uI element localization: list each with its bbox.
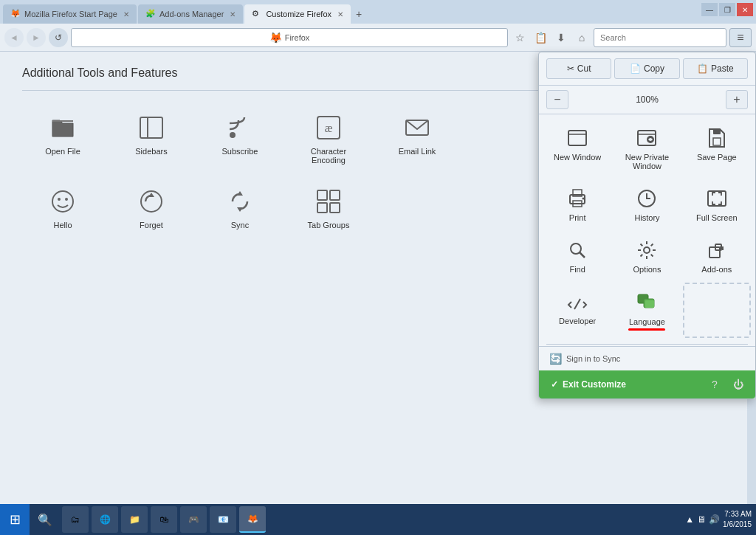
tab-addons[interactable]: 🧩 Add-ons Manager ✕ [138,4,243,24]
copy-button[interactable]: 📄 Copy [614,58,679,79]
minimize-button[interactable]: — [701,3,718,16]
new-private-icon [635,126,659,150]
tab-addons-close[interactable]: ✕ [230,10,236,18]
menu-addons[interactable]: Add-ons [683,231,751,281]
new-window-label: New Window [554,153,601,162]
tool-char-encoding-label: Character Encoding [295,147,362,165]
zoom-out-button[interactable]: − [546,90,568,109]
tool-forget[interactable]: Forget [111,179,192,237]
new-private-label: New Private Window [617,153,676,170]
svg-point-32 [644,247,650,253]
taskbar-clock[interactable]: 7:33 AM 1/6/2015 [723,509,752,530]
new-tab-button[interactable]: + [351,4,367,24]
tool-hello-label: Hello [53,221,72,229]
menu-history[interactable]: History [613,179,681,229]
tab-addons-label: Add-ons Manager [159,10,224,18]
menu-new-private[interactable]: New Private Window [613,119,681,178]
download-button[interactable]: ⬇ [552,28,570,47]
title-bar: 🦊 Mozilla Firefox Start Page ✕ 🧩 Add-ons… [0,0,756,24]
tool-open-file[interactable]: Open File [22,106,103,172]
tool-hello[interactable]: Hello [22,179,103,237]
tool-tab-groups-label: Tab Groups [308,221,350,229]
tab-customize-close[interactable]: ✕ [337,10,343,18]
menu-language[interactable]: Language [613,283,681,338]
taskbar: ⊞ 🔍 🗂 🌐 📁 🛍 🎮 📧 🦊 ▲ 🖥 🔊 7:33 AM 1/6/2015 [0,504,756,535]
svg-text:æ: æ [325,122,333,134]
history-icon [635,187,659,210]
menu-empty-slot[interactable] [683,283,751,338]
exit-customize-button[interactable]: ✓ Exit Customize [546,375,701,394]
zoom-level: 100% [571,94,723,105]
taskbar-firefox[interactable]: 🦊 [239,506,266,533]
taskbar-store[interactable]: 🛍 [151,506,177,533]
menu-footer: ✓ Exit Customize ? ⏻ [539,370,755,398]
tab-groups-icon [314,187,343,216]
svg-rect-38 [645,300,654,308]
svg-rect-22 [713,138,721,145]
sync-icon: 🔄 [549,353,562,365]
addons-icon [705,238,729,262]
taskbar-ie[interactable]: 🌐 [92,506,118,533]
menu-find[interactable]: Find [543,231,611,281]
taskbar-up-arrow[interactable]: ▲ [685,514,694,525]
bookmark-button[interactable]: 📋 [532,28,549,47]
svg-point-27 [583,198,585,200]
tool-sidebars-label: Sidebars [135,147,167,156]
menu-full-screen[interactable]: Full Screen [683,179,751,229]
firefox-logo-text: 🦊 Firefox [269,32,310,44]
forward-button[interactable]: ► [27,28,46,47]
tool-tab-groups[interactable]: Tab Groups [288,179,369,237]
sync-section[interactable]: 🔄 Sign in to Sync [539,346,755,370]
menu-print[interactable]: Print [543,179,611,229]
paste-icon: 📋 [697,63,708,74]
svg-marker-11 [237,191,243,196]
restore-button[interactable]: ❐ [719,3,735,16]
hello-icon [48,187,78,216]
svg-point-6 [52,191,73,212]
tool-sync[interactable]: Sync [199,179,281,237]
help-button[interactable]: ? [705,375,724,394]
paste-button[interactable]: 📋 Paste [683,58,748,79]
zoom-section: − 100% + [539,86,755,114]
tab-firefox[interactable]: 🦊 Mozilla Firefox Start Page ✕ [3,4,137,24]
address-bar[interactable]: 🦊 Firefox [71,28,508,47]
tab-customize[interactable]: ⚙ Customize Firefox ✕ [244,4,351,24]
menu-button[interactable]: ≡ [729,28,752,47]
open-file-icon [48,113,78,142]
svg-rect-0 [140,117,162,138]
menu-save-page[interactable]: Save Page [683,119,751,178]
language-underline [628,328,665,331]
tool-char-encoding[interactable]: æ Character Encoding [288,106,369,172]
back-button[interactable]: ◄ [4,28,24,47]
email-link-icon [402,113,432,142]
star-button[interactable]: ☆ [511,28,529,47]
power-button[interactable]: ⏻ [729,375,748,394]
taskbar-search-button[interactable]: 🔍 [32,507,58,532]
menu-developer[interactable]: Developer [543,283,611,338]
find-icon [566,238,589,262]
taskbar-app2[interactable]: 📧 [210,506,236,533]
refresh-button[interactable]: ↺ [49,28,68,47]
close-button[interactable]: ✕ [737,3,753,16]
home-button[interactable]: ⌂ [573,28,591,47]
start-button[interactable]: ⊞ [0,504,30,535]
cut-button[interactable]: ✂ Cut [546,58,611,79]
subscribe-icon [225,113,255,142]
tool-subscribe-label: Subscribe [222,147,258,156]
tool-sidebars[interactable]: Sidebars [111,106,192,172]
cut-icon: ✂ [567,63,574,74]
taskbar-folder[interactable]: 📁 [121,506,148,533]
tab-firefox-close[interactable]: ✕ [123,10,129,18]
menu-new-window[interactable]: New Window [543,119,611,178]
sidebars-icon [137,113,166,142]
taskbar-volume-icon[interactable]: 🔊 [709,514,720,525]
search-input[interactable] [594,28,726,47]
taskbar-app1[interactable]: 🎮 [180,506,207,533]
tool-email-link[interactable]: Email Link [377,106,458,172]
taskbar-file-explorer[interactable]: 🗂 [62,506,89,533]
tool-subscribe[interactable]: Subscribe [199,106,281,172]
zoom-in-button[interactable]: + [726,90,748,109]
firefox-menu: ✂ Cut 📄 Copy 📋 Paste − 100% + [538,52,756,399]
history-label: History [634,213,659,222]
menu-options[interactable]: Options [613,231,681,281]
